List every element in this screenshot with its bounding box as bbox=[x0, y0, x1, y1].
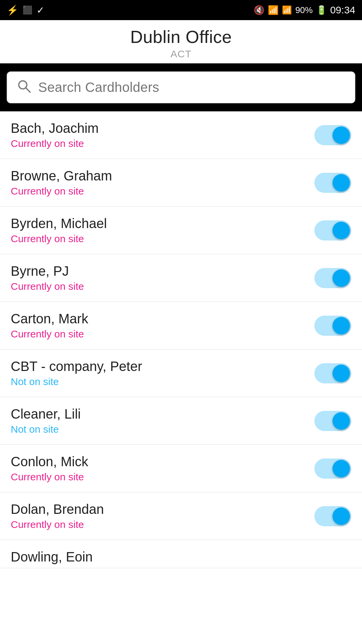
cardholder-info: Carton, Mark Currently on site bbox=[11, 311, 314, 340]
cardholder-status: Currently on site bbox=[11, 233, 314, 245]
cardholder-name: Dolan, Brendan bbox=[11, 502, 314, 517]
svg-line-1 bbox=[26, 88, 30, 92]
toggle-switch[interactable] bbox=[314, 363, 351, 383]
cardholder-item[interactable]: Browne, Graham Currently on site bbox=[0, 159, 362, 207]
status-bar: ⚡ ⬛ ✓ 🔇 📶 📶 90% 🔋 09:34 bbox=[0, 0, 362, 20]
toggle-thumb bbox=[333, 269, 350, 287]
cardholder-status: Currently on site bbox=[11, 185, 314, 197]
cardholder-status: Currently on site bbox=[11, 281, 314, 292]
wifi-icon: 📶 bbox=[268, 5, 279, 15]
toggle-track[interactable] bbox=[314, 268, 351, 288]
cardholder-info: Dolan, Brendan Currently on site bbox=[11, 502, 314, 530]
toggle-track[interactable] bbox=[314, 220, 351, 240]
cardholder-item[interactable]: Byrden, Michael Currently on site bbox=[0, 207, 362, 254]
page-header: Dublin Office ACT bbox=[0, 20, 362, 63]
toggle-track[interactable] bbox=[314, 411, 351, 431]
toggle-track[interactable] bbox=[314, 173, 351, 193]
toggle-thumb bbox=[333, 412, 350, 430]
cardholder-info: Browne, Graham Currently on site bbox=[11, 168, 314, 197]
battery-icon: 🔋 bbox=[316, 5, 327, 15]
cardholder-name: Byrne, PJ bbox=[11, 264, 314, 279]
cardholder-item[interactable]: Dolan, Brendan Currently on site bbox=[0, 492, 362, 540]
usb-icon: ⚡ bbox=[7, 5, 18, 16]
toggle-thumb bbox=[333, 126, 350, 144]
cardholder-list: Bach, Joachim Currently on site Browne, … bbox=[0, 111, 362, 540]
toggle-switch[interactable] bbox=[314, 459, 351, 479]
cardholder-name: Byrden, Michael bbox=[11, 216, 314, 231]
cardholder-name: CBT - company, Peter bbox=[11, 359, 314, 374]
cardholder-status: Currently on site bbox=[11, 328, 314, 340]
cardholder-item[interactable]: Conlon, Mick Currently on site bbox=[0, 445, 362, 492]
partial-list-item[interactable]: Dowling, Eoin bbox=[0, 540, 362, 568]
cardholder-status: Not on site bbox=[11, 376, 314, 387]
search-input[interactable] bbox=[38, 80, 345, 95]
cardholder-status: Currently on site bbox=[11, 519, 314, 530]
toggle-switch[interactable] bbox=[314, 411, 351, 431]
cardholder-name: Conlon, Mick bbox=[11, 454, 314, 469]
toggle-thumb bbox=[333, 365, 350, 382]
toggle-thumb bbox=[333, 460, 350, 477]
cardholder-item[interactable]: CBT - company, Peter Not on site bbox=[0, 350, 362, 397]
battery-percent: 90% bbox=[295, 5, 313, 15]
toggle-track[interactable] bbox=[314, 316, 351, 336]
page-subtitle: ACT bbox=[0, 48, 362, 60]
toggle-switch[interactable] bbox=[314, 268, 351, 288]
search-container bbox=[0, 63, 362, 111]
nfc-icon: ⬛ bbox=[22, 5, 33, 15]
toggle-thumb bbox=[333, 507, 350, 525]
search-bar[interactable] bbox=[7, 71, 355, 103]
toggle-switch[interactable] bbox=[314, 316, 351, 336]
cardholder-info: Cleaner, Lili Not on site bbox=[11, 407, 314, 435]
search-icon bbox=[17, 79, 32, 96]
cardholder-info: Conlon, Mick Currently on site bbox=[11, 454, 314, 483]
page-title: Dublin Office bbox=[0, 27, 362, 47]
cardholder-item[interactable]: Carton, Mark Currently on site bbox=[0, 302, 362, 350]
cardholder-item[interactable]: Byrne, PJ Currently on site bbox=[0, 254, 362, 302]
cardholder-info: Byrden, Michael Currently on site bbox=[11, 216, 314, 245]
cardholder-status: Currently on site bbox=[11, 471, 314, 483]
toggle-switch[interactable] bbox=[314, 125, 351, 145]
toggle-track[interactable] bbox=[314, 363, 351, 383]
signal-icon: 📶 bbox=[282, 5, 292, 15]
cardholder-name: Carton, Mark bbox=[11, 311, 314, 326]
status-left-icons: ⚡ ⬛ ✓ bbox=[7, 5, 44, 16]
clipboard-icon: ✓ bbox=[37, 5, 44, 16]
toggle-track[interactable] bbox=[314, 125, 351, 145]
cardholder-name: Bach, Joachim bbox=[11, 121, 314, 136]
toggle-thumb bbox=[333, 174, 350, 192]
status-right-icons: 🔇 📶 📶 90% 🔋 09:34 bbox=[254, 4, 355, 16]
cardholder-info: Bach, Joachim Currently on site bbox=[11, 121, 314, 149]
cardholder-name: Browne, Graham bbox=[11, 168, 314, 183]
cardholder-item[interactable]: Bach, Joachim Currently on site bbox=[0, 111, 362, 159]
toggle-switch[interactable] bbox=[314, 173, 351, 193]
toggle-thumb bbox=[333, 222, 350, 239]
cardholder-status: Not on site bbox=[11, 424, 314, 435]
cardholder-status: Currently on site bbox=[11, 138, 314, 149]
cardholder-info: CBT - company, Peter Not on site bbox=[11, 359, 314, 387]
toggle-switch[interactable] bbox=[314, 220, 351, 240]
toggle-track[interactable] bbox=[314, 506, 351, 526]
toggle-track[interactable] bbox=[314, 459, 351, 479]
cardholder-info: Byrne, PJ Currently on site bbox=[11, 264, 314, 292]
toggle-thumb bbox=[333, 317, 350, 334]
mute-icon: 🔇 bbox=[254, 5, 264, 15]
clock: 09:34 bbox=[330, 4, 355, 16]
toggle-switch[interactable] bbox=[314, 506, 351, 526]
partial-cardholder-name: Dowling, Eoin bbox=[11, 549, 351, 565]
cardholder-item[interactable]: Cleaner, Lili Not on site bbox=[0, 397, 362, 445]
cardholder-name: Cleaner, Lili bbox=[11, 407, 314, 422]
